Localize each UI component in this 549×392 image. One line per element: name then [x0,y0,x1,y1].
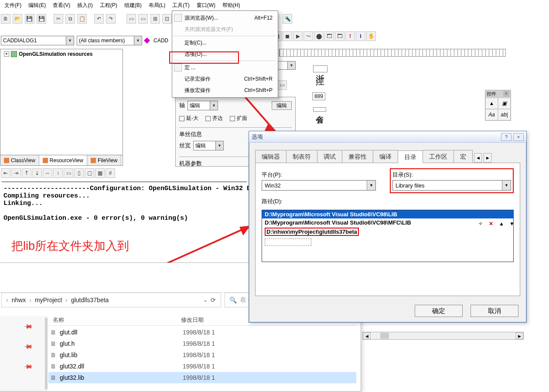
window-icon[interactable]: ▭ [126,14,136,24]
guides-toggle-icon[interactable]: # [106,168,115,178]
ok-button[interactable]: 确定 [415,305,463,317]
crumb-3[interactable]: glutdlls37beta [68,297,111,303]
menu-options[interactable]: 选项(O)... [172,48,278,60]
crumb-1[interactable]: nhwx [9,297,29,303]
menu-window[interactable]: 窗口(W) [193,1,219,10]
palette-static[interactable]: Aa [485,109,498,120]
error-icon[interactable]: ! [345,31,355,41]
platform-select[interactable]: Win32 [262,180,376,191]
menu-edit[interactable]: 编辑(E) [25,1,49,10]
paste-icon[interactable]: 📋 [77,14,87,24]
grid-toggle-icon[interactable]: ▦ [95,168,105,178]
chk-enlarge[interactable]: 延-大 [179,115,198,122]
path-row[interactable]: D:\Myprogram\Microsoft Visual Studio6\VC… [262,218,513,227]
new-icon[interactable]: 🗎 [1,14,10,24]
menu-tools[interactable]: 工具(T) [169,1,193,10]
save-icon[interactable]: 💾 [25,14,34,24]
pin-icon[interactable]: 📌 [22,321,33,332]
breadcrumb[interactable]: › nhwx › myProject › glutdlls37beta ⌄ ⟳ [1,293,221,307]
menu-customize[interactable]: 定制(C)... [172,37,278,48]
tab-tabs[interactable]: 制表符 [286,150,317,163]
col-name[interactable]: 名称 [48,316,177,325]
tab-order-icon[interactable]: ⊞ [150,14,160,24]
help-icon[interactable]: ? [501,133,511,141]
splitter-handle[interactable] [45,318,48,389]
palette-editbox[interactable]: ab| [498,109,511,120]
menu-help[interactable]: 帮助(H) [219,1,244,10]
saveall-icon[interactable]: 💾 [37,14,46,24]
scroll-left-icon[interactable]: ◀ [363,332,371,339]
tab-directories[interactable]: 目录 [398,150,423,163]
menu-file[interactable]: 文件(F) [1,1,25,10]
copy-icon[interactable]: ⧉ [65,14,75,24]
menu-record-macro[interactable]: 记录宏操作 Ctrl+Shift+R [172,73,278,85]
align-top-icon[interactable]: ⤒ [22,168,31,178]
expand-icon[interactable]: + [4,51,9,57]
file-row[interactable]: 🗎 glut.lib 1998/8/18 1 [48,349,356,361]
memory-icon[interactable]: 🗔 [335,31,344,41]
dialog-icon[interactable]: ▭ [138,14,148,24]
tab-compat[interactable]: 兼容性 [342,150,373,163]
path-row[interactable]: D:\Myprogram\Microsoft Visual Studio6\VC… [262,210,513,218]
center-v-icon[interactable]: ↕ [53,168,63,178]
move-down-icon[interactable]: ▼ [508,220,516,228]
pin-icon[interactable]: 📌 [22,341,33,352]
same-size-icon[interactable]: ▢ [85,168,94,178]
menu-project[interactable]: 工程(P) [96,1,121,10]
tab-workspace[interactable]: 工作区 [423,150,454,163]
cancel-button[interactable]: 取消 [471,305,518,317]
file-row[interactable]: 🗎 glut32.lib 1998/8/18 1 [48,372,356,383]
info-icon[interactable]: i [356,31,365,41]
registers-icon[interactable]: 🗔 [324,31,334,41]
scroll-thumb[interactable] [380,333,389,339]
toolbar-find-icon[interactable]: 🔦 [283,14,293,24]
menu-build[interactable]: 组建(B) [121,1,145,10]
menu-insert[interactable]: 插入(I) [74,1,96,10]
palette-picture[interactable]: ▣ [498,98,511,109]
go-icon[interactable]: ⤳ [303,31,313,41]
breakpoint-icon[interactable]: ⬤ [314,31,324,41]
tree-root-row[interactable]: + OpenGLSimulation resources [0,49,123,59]
execute-icon[interactable]: ▶ [293,31,303,41]
crumb-2[interactable]: myProject [32,297,65,303]
menu-play-macro[interactable]: 播放宏操作 Ctrl+Shift+P [172,85,278,96]
tab-compile[interactable]: 编译 [373,150,398,163]
same-width-icon[interactable]: ▭ [64,168,73,178]
open-icon[interactable]: 📂 [13,14,22,24]
close-icon[interactable]: × [503,91,509,97]
palette-pointer[interactable]: ▲ [485,98,498,109]
filter-combo[interactable]: (All class members) [77,36,142,45]
path-row[interactable]: D:\nhwx\myProject\glutdlls37beta [262,227,513,237]
tab-resourceview[interactable]: ResourceView [39,155,87,165]
tabs-scroll-left-icon[interactable]: ◀ [474,153,482,163]
tab-debug[interactable]: 调试 [317,150,342,163]
align-bottom-icon[interactable]: ⤓ [32,168,42,178]
move-up-icon[interactable]: ▲ [497,220,506,228]
align-right-icon[interactable]: ⇥ [11,168,21,178]
menu-layout[interactable]: 布局(L) [145,1,169,10]
undo-icon[interactable]: ↶ [94,14,104,24]
stop-build-icon[interactable]: ◼ [283,31,292,41]
tab-macros[interactable]: 宏 [454,150,473,163]
tab-classview[interactable]: ClassView [0,155,39,165]
refresh-icon[interactable]: ⟳ [208,297,218,303]
hand-icon[interactable]: ✋ [366,31,376,41]
tab-editor[interactable]: 编辑器 [255,150,286,163]
cut-icon[interactable]: ✂ [54,14,63,24]
new-path-icon[interactable]: ✧ [476,220,485,228]
class-combo[interactable]: CADDIALOG1 [1,36,74,45]
redo-icon[interactable]: ↷ [106,14,116,24]
pin-icon[interactable]: 📌 [22,361,33,372]
tabs-scroll-right-icon[interactable]: ▶ [484,153,491,163]
path-listbox[interactable]: D:\Myprogram\Microsoft Visual Studio6\VC… [262,210,514,262]
file-row[interactable]: 🗎 glut.h 1998/8/18 1 [48,338,356,349]
horizontal-scrollbar[interactable]: ◀ ▶ [362,332,524,340]
dirs-select[interactable]: Library files [392,180,511,191]
same-height-icon[interactable]: ▯ [74,168,84,178]
guides-icon[interactable]: ⊡ [162,14,172,24]
align-left-icon[interactable]: ⇤ [1,168,10,178]
file-row[interactable]: 🗎 glut32.dll 1998/8/18 1 [48,361,356,372]
path-row-empty[interactable] [262,237,513,247]
menu-view[interactable]: 查看(V) [49,1,74,10]
delete-path-icon[interactable]: ✕ [487,220,495,228]
